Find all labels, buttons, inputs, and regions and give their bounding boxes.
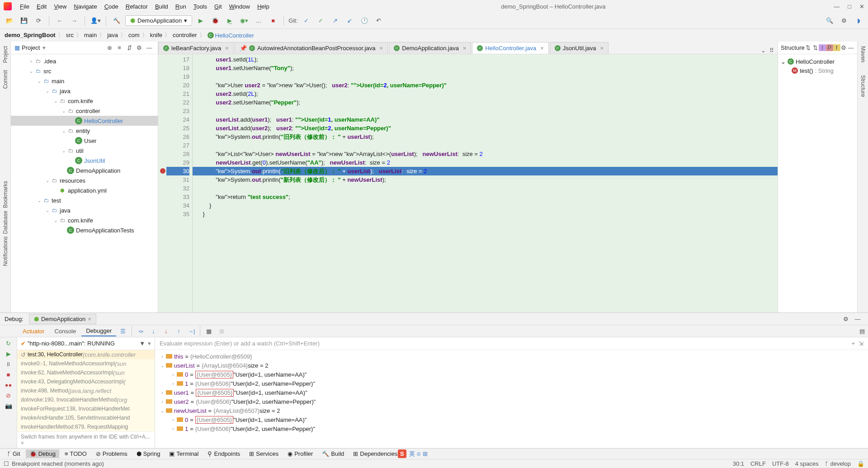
close-tab-icon[interactable]: × [540,45,544,52]
tree-node[interactable]: ⌄🗀entity [11,126,158,136]
tree-node[interactable]: ⌄🗀util [11,146,158,156]
breadcrumb-seg[interactable]: demo_SpringBoot [5,32,56,38]
tree-node[interactable]: ⬢application.yml [11,185,158,195]
tool-dependencies[interactable]: ⊞Dependencies [349,449,401,458]
back-icon[interactable]: ← [54,15,66,27]
tool-problems[interactable]: ⊘Problems [92,449,131,458]
trace-icon[interactable]: ⊞ [216,326,227,336]
menu-code[interactable]: Code [101,2,122,11]
stop-debug-icon[interactable]: ■ [7,371,10,378]
tool-git[interactable]: ᚶGit [4,449,24,458]
step-out-icon[interactable]: ↑ [173,326,184,336]
commit-tool-tab[interactable]: Commit [2,68,9,90]
tabs-dropdown-icon[interactable]: ⌄ [761,47,766,54]
variable-node[interactable]: ⌄newUserList = {ArrayList@6507} size = 2 [155,406,868,415]
stack-frame[interactable]: invoke:43, DelegatingMethodAccessorImpl … [17,377,155,386]
close-tab-icon[interactable]: × [225,45,229,52]
show-fields-icon[interactable]: f [833,44,840,51]
tree-node[interactable]: CHelloController [11,116,158,126]
stack-frame[interactable]: invoke:62, NativeMethodAccessorImpl (sun [17,368,155,377]
refresh-icon[interactable]: ⟳ [33,15,44,27]
stack-frame[interactable]: doInvoke:190, InvocableHandlerMethod (or… [17,395,155,404]
struct-hide-icon[interactable]: — [847,44,854,51]
tool-build[interactable]: 🔨Build [318,449,348,458]
git-rollback-icon[interactable]: ↶ [373,15,385,27]
project-tree[interactable]: ›🗀.idea⌄🗀src⌄🗀main⌄🗀java⌄🗀com.knife⌄🗀con… [11,54,158,312]
stack-frame[interactable]: invokeForRequest:138, InvocableHandlerMe… [17,404,155,413]
stack-frame[interactable]: invokeAndHandle:105, ServletInvocableHan… [17,413,155,422]
run-icon[interactable]: ▶ [195,15,207,27]
variable-node[interactable]: ›0 = {User@6505} "User(id=1, userName=AA… [155,415,868,424]
structure-item[interactable]: Mtest(): String [781,66,854,75]
evaluate-icon[interactable]: ▦ [203,326,215,336]
stack-frame[interactable]: invoke0:-1, NativeMethodAccessorImpl (su… [17,359,155,368]
close-tab-icon[interactable]: × [600,45,604,52]
structure-tool-tab[interactable]: Structure [860,73,866,99]
threads-icon[interactable]: ☰ [117,326,129,336]
menu-build[interactable]: Build [151,2,172,11]
variable-node[interactable]: ›this = {HelloController@6509} [155,352,868,361]
stack-frame[interactable]: ↺test:30, HelloController (com.knife.con… [17,350,155,359]
tree-node[interactable]: ⌄🗀resources [11,175,158,185]
step-over-icon[interactable]: ⤼ [135,326,146,336]
maven-tool-tab[interactable]: Maven [860,44,866,64]
breadcrumb-class[interactable]: HelloController [215,32,254,39]
debug-hide-icon[interactable]: — [852,313,863,325]
vars-expand-icon[interactable]: ⇲ [859,340,863,347]
force-step-icon[interactable]: ↓ [160,326,172,336]
menu-git[interactable]: Git [211,2,226,11]
menu-refactor[interactable]: Refactor [122,2,151,11]
breadcrumb-seg[interactable]: com [128,32,140,38]
variable-node[interactable]: ⌄userList = {ArrayList@6504} size = 2 [155,361,868,370]
encoding[interactable]: UTF-8 [772,460,789,467]
menu-edit[interactable]: Edit [33,2,50,11]
forward-icon[interactable]: → [68,15,80,27]
console-tab[interactable]: Console [50,326,80,336]
caret-position[interactable]: 30:1 [733,460,744,467]
filter-icon[interactable]: ▼ [139,340,145,347]
mute-breakpoints-icon[interactable]: ⊘ [6,392,11,399]
rerun-icon[interactable]: ↻ [6,340,11,347]
expand-icon[interactable]: ≡ [114,44,124,51]
tool-spring[interactable]: ⬢Spring [133,449,164,458]
menu-help[interactable]: Help [254,2,273,11]
sort-alpha-icon[interactable]: ⇅ [805,44,812,51]
tree-node[interactable]: ⌄🗀src [11,66,158,76]
editor-tab[interactable]: CDemoApplication.java× [389,42,471,54]
editor-tab[interactable]: CJsonUtil.java× [550,42,609,54]
stop-icon[interactable]: ■ [267,15,279,27]
breadcrumb-seg[interactable]: controller [173,32,197,38]
menu-window[interactable]: Window [226,2,254,11]
run-to-cursor-icon[interactable]: →| [185,326,197,336]
git-update-icon[interactable]: ✓ [301,15,312,27]
menu-run[interactable]: Run [172,2,190,11]
tree-node[interactable]: CDemoApplication [11,165,158,175]
tree-node[interactable]: CJsonUtil [11,156,158,165]
tree-node[interactable]: ⌄🗀com.knife [11,96,158,106]
tree-node[interactable]: CDemoApplicationTests [11,225,158,235]
tree-node[interactable]: ⌄🗀java [11,205,158,215]
tree-node[interactable]: ⌄🗀controller [11,106,158,116]
hammer-icon[interactable]: 🔨 [111,15,123,27]
open-icon[interactable]: 📂 [4,15,15,27]
hide-panel-icon[interactable]: — [144,44,154,51]
sort-vis-icon[interactable]: ⇅ [812,44,819,51]
variable-node[interactable]: ›0 = {User@6505} "User(id=1, userName=AA… [155,370,868,379]
breadcrumb-seg[interactable]: java [107,32,118,38]
coverage-icon[interactable]: ▶̲ [224,15,236,27]
git-branch[interactable]: ᚶ develop [825,460,851,467]
thread-dd-icon[interactable]: ▾ [148,340,151,347]
database-tab[interactable]: Database [2,211,9,234]
debug-icon[interactable]: 🐞 [209,15,221,27]
view-breakpoints-icon[interactable]: ●● [5,382,12,388]
close-tab-icon[interactable]: × [380,45,383,52]
variable-node[interactable]: ›1 = {User@6506} "User(id=2, userName=Pe… [155,379,868,388]
breadcrumb-seg[interactable]: knife [150,32,162,38]
add-config-icon[interactable]: 👤▾ [90,15,101,27]
tree-node[interactable]: ›🗀.idea [11,56,158,66]
close-session-icon[interactable]: × [88,316,91,322]
breakpoint-gutter[interactable] [158,54,166,312]
evaluate-input[interactable]: Evaluate expression (Enter) or add a wat… [160,340,320,347]
git-pull-icon[interactable]: ↙ [344,15,356,27]
bookmarks-tab[interactable]: Bookmarks [2,181,9,208]
